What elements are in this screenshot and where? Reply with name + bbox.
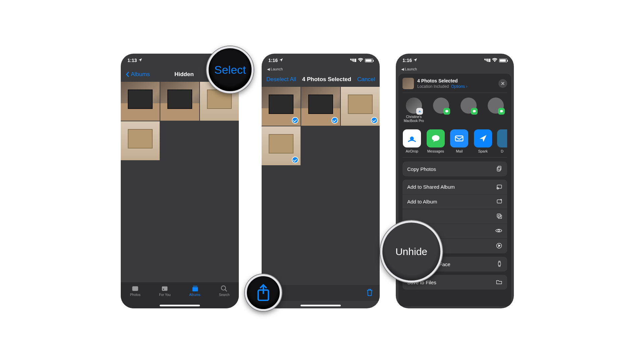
- add-album-icon: [496, 198, 502, 205]
- app-mail[interactable]: Mail: [450, 129, 469, 153]
- app-messages[interactable]: Messages: [426, 129, 445, 153]
- messages-badge-icon: [471, 108, 478, 115]
- photo-thumbnail[interactable]: [262, 87, 301, 126]
- photo-thumbnail[interactable]: [341, 87, 380, 126]
- status-time: 1:16: [402, 58, 412, 63]
- signal-icon: [484, 59, 490, 62]
- svg-point-14: [432, 135, 440, 141]
- callout-share: [245, 274, 282, 311]
- screen-selection-mode: 1:16 ◀ Launch Deselect All 4 Photos Sele…: [262, 54, 380, 308]
- back-to-app[interactable]: ◀ Launch: [396, 67, 514, 72]
- selection-count: 4 Photos Selected: [302, 76, 351, 83]
- share-apps-row[interactable]: AirDrop Messages Mail: [402, 127, 507, 158]
- callout-select: Select: [207, 46, 254, 93]
- svg-point-6: [221, 286, 226, 290]
- photo-thumbnail[interactable]: [121, 121, 160, 160]
- status-bar: 1:16: [396, 54, 514, 67]
- location-icon: [413, 58, 417, 63]
- selected-check-icon: [331, 117, 338, 124]
- location-icon: [138, 58, 142, 63]
- contact-item[interactable]: Christine's MacBook Pro: [402, 98, 425, 123]
- tab-for-you[interactable]: For You: [159, 285, 170, 297]
- action-add-shared-album[interactable]: Add to Shared Album: [402, 180, 507, 194]
- share-title: 4 Photos Selected: [417, 78, 467, 83]
- svg-point-10: [445, 110, 448, 112]
- airdrop-contacts-row[interactable]: Christine's MacBook Pro: [402, 93, 507, 127]
- app-spark[interactable]: Spark: [474, 129, 493, 153]
- folder-icon: [496, 279, 502, 286]
- battery-icon: [499, 59, 507, 62]
- home-indicator[interactable]: [301, 305, 341, 306]
- callout-unhide: Unhide: [380, 221, 442, 283]
- messages-badge-icon: [443, 108, 450, 115]
- photo-thumbnail[interactable]: [121, 82, 160, 121]
- svg-rect-2: [162, 287, 168, 291]
- tab-albums[interactable]: Albums: [189, 285, 200, 297]
- tab-search[interactable]: Search: [219, 285, 230, 297]
- back-to-app[interactable]: ◀ Launch: [262, 67, 380, 72]
- svg-rect-4: [193, 286, 197, 287]
- status-bar: 1:16: [262, 54, 380, 67]
- svg-rect-16: [498, 166, 501, 170]
- svg-line-7: [225, 290, 227, 292]
- back-albums-button[interactable]: Albums: [125, 71, 150, 78]
- tutorial-three-panel: 1:13 Albums Hidden Select: [74, 44, 570, 318]
- messages-badge-icon: [498, 108, 505, 115]
- battery-icon: [365, 59, 373, 62]
- location-icon: [279, 58, 283, 63]
- selected-check-icon: [292, 157, 299, 163]
- status-time: 1:13: [127, 58, 137, 63]
- home-indicator[interactable]: [160, 305, 200, 306]
- selected-check-icon: [292, 117, 299, 124]
- svg-point-13: [411, 137, 414, 140]
- tab-bar: Photos For You Albums Search: [121, 282, 239, 308]
- svg-point-22: [498, 230, 500, 232]
- svg-rect-5: [192, 287, 198, 291]
- copy-icon: [496, 165, 502, 173]
- photo-grid: [121, 82, 239, 160]
- app-more[interactable]: D: [497, 129, 507, 153]
- svg-point-11: [473, 110, 476, 112]
- contact-item[interactable]: [485, 98, 507, 123]
- svg-rect-24: [498, 262, 500, 265]
- status-time: 1:16: [268, 58, 278, 63]
- app-airdrop[interactable]: AirDrop: [402, 129, 422, 153]
- chevron-right-icon: ›: [466, 84, 467, 89]
- svg-rect-0: [132, 287, 138, 291]
- svg-point-3: [163, 289, 164, 290]
- share-subtitle: Location Included Options ›: [417, 84, 467, 89]
- tab-photos[interactable]: Photos: [130, 285, 141, 297]
- header-thumbnail: [402, 78, 414, 89]
- wifi-icon: [492, 58, 497, 63]
- action-add-to-album[interactable]: Add to Album: [402, 194, 507, 209]
- options-link[interactable]: Options: [451, 84, 465, 89]
- watch-icon: [496, 260, 502, 268]
- selected-check-icon: [371, 117, 378, 124]
- svg-rect-17: [497, 167, 500, 171]
- svg-point-12: [500, 110, 503, 112]
- play-icon: [496, 242, 502, 250]
- svg-rect-15: [455, 136, 463, 141]
- duplicate-icon: [496, 213, 502, 220]
- signal-icon: [350, 59, 356, 62]
- page-title: Hidden: [174, 71, 194, 78]
- photo-thumbnail[interactable]: [301, 87, 340, 126]
- photo-grid: [262, 87, 380, 165]
- nav-bar: Deselect All 4 Photos Selected Cancel: [262, 72, 380, 87]
- wifi-icon: [358, 58, 363, 63]
- contact-item[interactable]: [430, 98, 453, 123]
- screen-hidden-album: 1:13 Albums Hidden Select: [121, 54, 239, 308]
- cancel-button[interactable]: Cancel: [357, 76, 375, 83]
- contact-item[interactable]: [457, 98, 480, 123]
- close-button[interactable]: [498, 79, 507, 88]
- share-sheet-header: 4 Photos Selected Location Included Opti…: [402, 78, 507, 93]
- photo-thumbnail[interactable]: [160, 82, 199, 121]
- trash-button[interactable]: [366, 288, 374, 298]
- eye-icon: [495, 227, 502, 235]
- shared-album-icon: [496, 183, 502, 191]
- action-copy-photos[interactable]: Copy Photos: [402, 162, 507, 176]
- svg-rect-18: [497, 185, 501, 188]
- photo-thumbnail[interactable]: [262, 126, 301, 165]
- deselect-all-button[interactable]: Deselect All: [266, 76, 296, 83]
- airdrop-badge-icon: [416, 108, 423, 115]
